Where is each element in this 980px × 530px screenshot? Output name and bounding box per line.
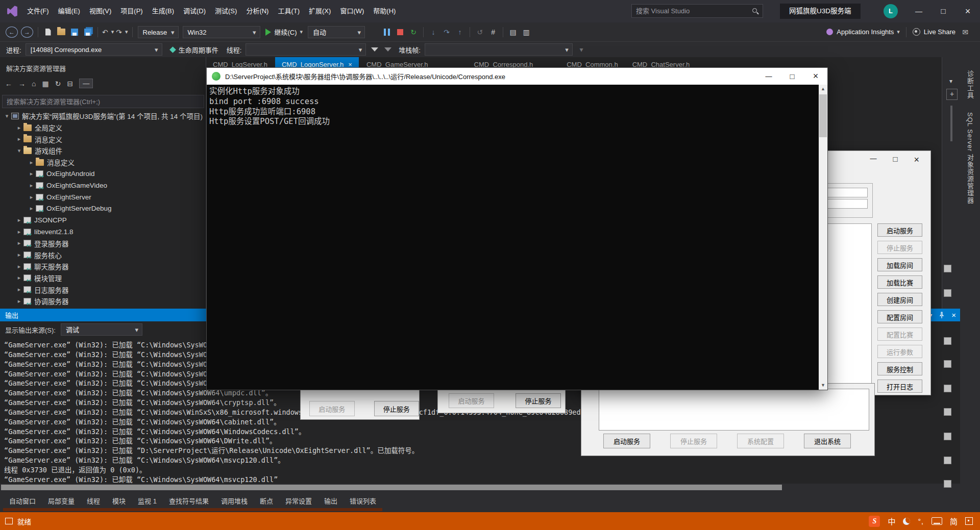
undo-icon[interactable]: ↶▾ xyxy=(102,26,114,38)
console-output[interactable]: 实例化Http服务对象成功bind port :6908 successHttp… xyxy=(207,85,819,390)
navigate-forward-icon[interactable]: → xyxy=(21,27,33,38)
tool-window-tab[interactable]: 模块 xyxy=(106,495,132,511)
tool-window-tab[interactable]: 自动窗口 xyxy=(3,495,42,511)
night-mode-icon[interactable] xyxy=(903,518,910,525)
list-view-icon[interactable]: ▥ xyxy=(521,26,532,38)
navigate-back-icon[interactable]: ← xyxy=(6,27,18,38)
stop-debug-icon[interactable] xyxy=(395,26,406,38)
service-dialog-button[interactable]: 配置房间 xyxy=(877,310,922,323)
output-source-select[interactable]: 调试 xyxy=(61,323,142,336)
service-dialog-button[interactable]: 创建房间 xyxy=(877,293,922,306)
hex-display-icon[interactable]: # xyxy=(487,26,499,38)
service-control-button[interactable]: 系统配置 xyxy=(737,434,784,448)
thread-select[interactable] xyxy=(246,43,366,56)
minimize-button[interactable] xyxy=(757,68,780,85)
service-dialog-button[interactable]: 加载比赛 xyxy=(877,275,922,289)
service-dialog-button[interactable]: 服务控制 xyxy=(877,362,922,375)
tree-item[interactable]: 登录服务器 xyxy=(0,238,206,249)
auto-select[interactable]: 自动 xyxy=(308,26,365,38)
scroll-down-icon[interactable]: ▼ xyxy=(819,381,827,390)
tree-item[interactable]: 日志服务器 xyxy=(0,284,206,295)
expander-icon[interactable] xyxy=(15,229,23,235)
sogou-input-icon[interactable]: S xyxy=(869,516,880,527)
lifecycle-events-label[interactable]: 生命周期事件 xyxy=(179,45,218,55)
console-scrollbar[interactable]: ▲ ▼ xyxy=(819,85,827,390)
view-switch-icon[interactable]: ▦ xyxy=(42,80,48,88)
scroll-up-icon[interactable]: ▲ xyxy=(819,85,827,93)
punctuation-indicator[interactable]: °, xyxy=(918,517,924,525)
add-icon[interactable]: + xyxy=(946,89,958,100)
keyboard-icon[interactable] xyxy=(932,517,942,525)
tree-item[interactable]: 消息定义 xyxy=(0,157,206,168)
tree-item[interactable]: libevent2.1.8 xyxy=(0,226,206,238)
tool-window-tab[interactable]: 断点 xyxy=(254,495,279,511)
output-horizontal-scrollbar[interactable] xyxy=(0,484,960,491)
tree-item[interactable]: 全局定义 xyxy=(0,122,206,134)
tree-item-solution-root[interactable]: 解决方案“网狐旗舰U3D服务端”(第 14 个项目, 共 14 个项目) xyxy=(0,110,206,122)
expander-icon[interactable] xyxy=(28,170,35,177)
tree-item[interactable]: 模块管理 xyxy=(0,272,206,284)
expander-icon[interactable] xyxy=(28,205,35,212)
menu-item[interactable]: 窗口(W) xyxy=(335,0,369,22)
nav-back-icon[interactable]: ← xyxy=(5,80,12,88)
open-file-icon[interactable] xyxy=(56,26,67,38)
tree-item[interactable]: 协调服务器 xyxy=(0,295,206,307)
close-button[interactable] xyxy=(804,68,827,85)
tree-item[interactable]: JSONCPP xyxy=(0,214,206,226)
menu-item[interactable]: 扩展(X) xyxy=(304,0,335,22)
maximize-button[interactable] xyxy=(893,155,897,165)
service-mini-button[interactable]: 启动服务 xyxy=(309,401,355,416)
collapse-all-icon[interactable]: ⊟ xyxy=(67,80,73,88)
platform-select[interactable]: Win32 xyxy=(183,26,260,38)
search-input[interactable] xyxy=(632,7,752,15)
close-icon[interactable]: × xyxy=(951,311,956,319)
menu-item[interactable]: 文件(F) xyxy=(22,0,54,22)
service-mini-button[interactable]: 停止服务 xyxy=(516,393,561,408)
new-file-icon[interactable] xyxy=(42,26,54,38)
solution-search-box[interactable] xyxy=(2,95,204,108)
live-share-button[interactable]: Live Share xyxy=(913,28,955,36)
tree-item[interactable]: 聊天服务器 xyxy=(0,261,206,272)
process-select[interactable]: [14088] Correspond.exe xyxy=(26,43,162,56)
tool-window-tab[interactable]: 局部变量 xyxy=(42,495,81,511)
undo-history-icon[interactable]: ↺ xyxy=(474,26,485,38)
menu-item[interactable]: 工具(T) xyxy=(273,0,304,22)
output-window-icon[interactable]: ▤ xyxy=(507,26,519,38)
tool-window-tab[interactable]: 查找符号结果 xyxy=(163,495,215,511)
tool-window-tab[interactable]: 线程 xyxy=(81,495,106,511)
refresh-icon[interactable]: ↻ xyxy=(55,80,61,88)
step-out-icon[interactable]: ↑ xyxy=(454,26,465,38)
expander-icon[interactable] xyxy=(15,251,23,258)
scrollbar-thumb[interactable] xyxy=(819,94,827,137)
continue-button[interactable]: 继续(C) ▾ xyxy=(265,27,303,37)
service-control-button[interactable]: 停止服务 xyxy=(670,434,717,448)
expander-icon[interactable] xyxy=(15,263,23,270)
chevron-down-icon[interactable]: ▾ xyxy=(949,78,952,85)
service-dialog-button[interactable]: 停止服务 xyxy=(877,241,922,254)
menu-item[interactable]: 项目(P) xyxy=(116,0,147,22)
solution-search-input[interactable] xyxy=(3,98,204,106)
side-panel-tab[interactable]: SQL Server 对象资源管理器 xyxy=(965,112,975,204)
service-control-button[interactable]: 启动服务 xyxy=(603,434,650,448)
menu-item[interactable]: 分析(N) xyxy=(241,0,273,22)
menu-item[interactable]: 生成(B) xyxy=(148,0,179,22)
save-icon[interactable] xyxy=(69,26,80,38)
scrollbar-thumb[interactable] xyxy=(1,485,782,490)
tool-window-tab[interactable]: 错误列表 xyxy=(344,495,382,511)
expander-icon[interactable] xyxy=(15,124,23,131)
menu-item[interactable]: 编辑(E) xyxy=(54,0,85,22)
maximize-button[interactable] xyxy=(780,68,804,85)
pause-icon[interactable] xyxy=(381,26,393,38)
tree-item[interactable]: 服务核心 xyxy=(0,249,206,261)
tree-item[interactable]: OxEightServerDebug xyxy=(0,203,206,215)
tree-item[interactable]: OxEightServer xyxy=(0,191,206,203)
tree-item[interactable]: OxEightAndroid xyxy=(0,168,206,180)
tool-window-tab[interactable]: 异常设置 xyxy=(279,495,318,511)
menu-item[interactable]: 帮助(H) xyxy=(369,0,400,22)
tree-item[interactable]: OxEightGameVideo xyxy=(0,180,206,191)
expander-icon[interactable] xyxy=(15,136,23,142)
service-dialog-button[interactable]: 加载房间 xyxy=(877,258,922,271)
maximize-button[interactable] xyxy=(931,0,955,22)
tool-window-tab[interactable]: 调用堆栈 xyxy=(215,495,254,511)
expander-icon[interactable] xyxy=(15,286,23,293)
